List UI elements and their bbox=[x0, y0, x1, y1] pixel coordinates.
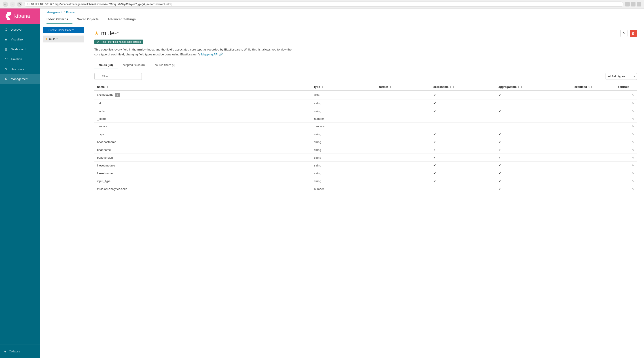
cell-type-7: string bbox=[311, 146, 376, 154]
aggregatable-check: ✔ bbox=[498, 140, 501, 144]
sidebar-collapse-button[interactable]: ◀ Collapse bbox=[0, 348, 40, 355]
delete-index-button[interactable]: 🗑 bbox=[630, 30, 637, 37]
index-description: This page lists every field in the mule-… bbox=[94, 47, 296, 57]
back-button[interactable]: ← bbox=[3, 1, 8, 7]
col-header-format[interactable]: format ⇕ bbox=[376, 83, 431, 90]
cell-format-4 bbox=[376, 123, 431, 130]
searchable-check: ✔ bbox=[433, 171, 436, 175]
edit-field-icon-5[interactable]: ✎ bbox=[632, 133, 634, 136]
url-bar[interactable]: ⓘ 18.221.180.53:5601/app/kibana#/managem… bbox=[24, 1, 624, 7]
tab-saved-objects[interactable]: Saved Objects bbox=[72, 15, 103, 24]
breadcrumb-kibana[interactable]: Kibana bbox=[66, 11, 74, 14]
collapse-arrow-icon: ◀ bbox=[4, 350, 6, 353]
edit-field-icon-7[interactable]: ✎ bbox=[632, 148, 634, 151]
filter-row: 🔍 All field types string number date boo… bbox=[94, 73, 637, 80]
refresh-index-button[interactable]: ↻ bbox=[620, 30, 628, 37]
cell-controls-10: ✎ bbox=[615, 169, 637, 177]
edit-field-icon-9[interactable]: ✎ bbox=[632, 164, 634, 167]
edit-field-icon-4[interactable]: ✎ bbox=[632, 125, 634, 128]
lock-icon: ⓘ bbox=[27, 2, 30, 6]
cell-controls-7: ✎ bbox=[615, 146, 637, 154]
create-index-pattern-button[interactable]: + Create Index Pattern bbox=[43, 27, 84, 33]
sidebar-item-label-visualize: Visualize bbox=[11, 38, 23, 41]
aggregatable-check: ✔ bbox=[498, 156, 501, 159]
cell-searchable-2: ✔ bbox=[431, 107, 496, 115]
edit-field-icon-11[interactable]: ✎ bbox=[632, 180, 634, 183]
cell-excluded-11 bbox=[572, 177, 615, 185]
app-container: kibana ⊙ Discover ◈ Visualize ▦ Dashboar… bbox=[0, 8, 644, 358]
tab-fields[interactable]: fields (63) bbox=[94, 61, 118, 69]
edit-field-icon-8[interactable]: ✎ bbox=[632, 156, 634, 159]
favorite-star-icon[interactable]: ★ bbox=[94, 30, 99, 36]
cell-aggregatable-11: ✔ bbox=[496, 177, 572, 185]
cell-format-9 bbox=[376, 162, 431, 169]
index-pattern-item-mule[interactable]: ★ mule-* bbox=[43, 35, 84, 42]
col-header-searchable[interactable]: searchable ℹ ⇕ bbox=[431, 83, 496, 90]
cell-type-8: string bbox=[311, 154, 376, 162]
sort-icon-excluded: ⇕ bbox=[591, 86, 592, 88]
external-link-icon: 🔗 bbox=[219, 53, 223, 56]
cell-type-11: string bbox=[311, 177, 376, 185]
index-header: ★ mule-* ↻ 🗑 bbox=[94, 30, 637, 37]
field-type-select[interactable]: All field types string number date boole… bbox=[606, 73, 637, 80]
col-header-aggregatable[interactable]: aggregatable ℹ ⇕ bbox=[496, 83, 572, 90]
breadcrumb-management[interactable]: Management bbox=[46, 11, 62, 14]
aggregatable-check: ✔ bbox=[498, 109, 501, 113]
cell-excluded-0 bbox=[572, 90, 615, 99]
edit-field-icon-0[interactable]: ✎ bbox=[632, 94, 634, 97]
col-header-excluded[interactable]: excluded ℹ ⇕ bbox=[572, 83, 615, 90]
sidebar-item-timelion[interactable]: 〜 Timelion bbox=[0, 54, 40, 64]
col-header-name[interactable]: name ⇕ bbox=[94, 83, 311, 90]
cell-aggregatable-12: ✔ bbox=[496, 185, 572, 193]
col-header-type[interactable]: type ⇕ bbox=[311, 83, 376, 90]
cell-searchable-8: ✔ bbox=[431, 154, 496, 162]
edit-field-icon-1[interactable]: ✎ bbox=[632, 102, 634, 105]
sidebar: kibana ⊙ Discover ◈ Visualize ▦ Dashboar… bbox=[0, 8, 40, 358]
table-row: fileset.module string ✔ ✔ ✎ bbox=[94, 162, 637, 169]
cell-aggregatable-3 bbox=[496, 115, 572, 123]
forward-button[interactable]: → bbox=[10, 1, 15, 7]
browser-ext-3 bbox=[637, 2, 641, 6]
sidebar-item-management[interactable]: ⚙ Management bbox=[0, 74, 40, 84]
tab-scripted-fields[interactable]: scripted fields (0) bbox=[118, 61, 150, 69]
cell-type-0: date bbox=[311, 90, 376, 99]
tab-source-filters[interactable]: source filters (0) bbox=[150, 61, 180, 69]
aggregatable-check: ✔ bbox=[498, 148, 501, 151]
cell-excluded-3 bbox=[572, 115, 615, 123]
filter-input[interactable] bbox=[94, 73, 142, 80]
refresh-button[interactable]: ↻ bbox=[17, 1, 22, 7]
searchable-check: ✔ bbox=[433, 109, 436, 113]
mapping-api-link[interactable]: Mapping API bbox=[201, 53, 218, 56]
cell-aggregatable-2: ✔ bbox=[496, 107, 572, 115]
edit-field-icon-2[interactable]: ✎ bbox=[632, 110, 634, 113]
cell-searchable-5: ✔ bbox=[431, 130, 496, 138]
cell-searchable-11: ✔ bbox=[431, 177, 496, 185]
cell-type-6: string bbox=[311, 138, 376, 146]
searchable-check: ✔ bbox=[433, 140, 436, 144]
sort-icon-searchable: ⇕ bbox=[452, 86, 454, 88]
edit-field-icon-10[interactable]: ✎ bbox=[632, 172, 634, 175]
sidebar-bottom: ◀ Collapse bbox=[0, 345, 40, 358]
sidebar-item-dashboard[interactable]: ▦ Dashboard bbox=[0, 44, 40, 54]
sidebar-item-discover[interactable]: ⊙ Discover bbox=[0, 24, 40, 34]
desc-bold: mule-* bbox=[137, 48, 146, 51]
sidebar-item-visualize[interactable]: ◈ Visualize bbox=[0, 34, 40, 44]
cell-aggregatable-5: ✔ bbox=[496, 130, 572, 138]
tab-index-patterns[interactable]: Index Patterns bbox=[46, 15, 72, 24]
cell-excluded-9 bbox=[572, 162, 615, 169]
searchable-check: ✔ bbox=[433, 179, 436, 183]
cell-controls-12: ✎ bbox=[615, 185, 637, 193]
table-row: _id string ✔ ✎ bbox=[94, 99, 637, 107]
edit-field-icon-12[interactable]: ✎ bbox=[632, 187, 634, 191]
index-pattern-label-mule: mule-* bbox=[49, 37, 58, 41]
cell-name-2: _index bbox=[94, 107, 311, 115]
type-select-wrapper: All field types string number date boole… bbox=[606, 73, 637, 80]
cell-aggregatable-6: ✔ bbox=[496, 138, 572, 146]
edit-field-icon-6[interactable]: ✎ bbox=[632, 141, 634, 144]
edit-field-icon-3[interactable]: ✎ bbox=[632, 117, 634, 120]
searchable-check: ✔ bbox=[433, 101, 436, 105]
cell-format-7 bbox=[376, 146, 431, 154]
tab-advanced-settings[interactable]: Advanced Settings bbox=[103, 15, 140, 24]
sidebar-item-devtools[interactable]: ✎ Dev Tools bbox=[0, 64, 40, 74]
svg-marker-0 bbox=[5, 12, 11, 20]
